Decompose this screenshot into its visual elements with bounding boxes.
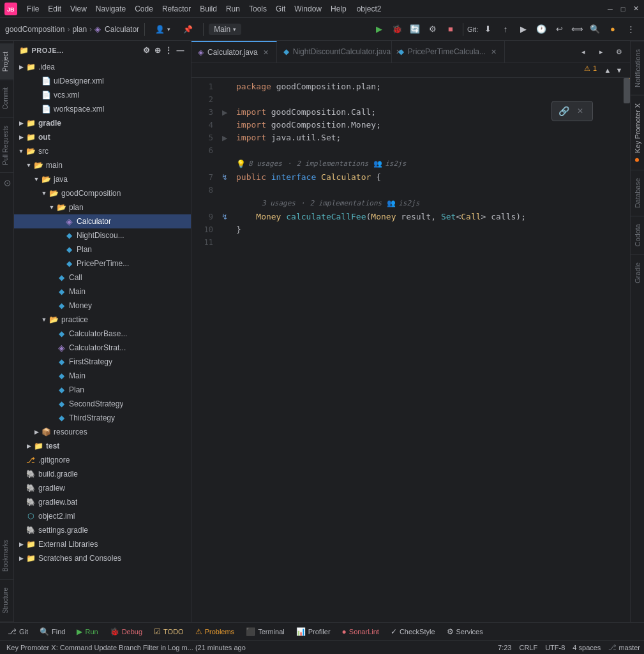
search-icon[interactable]: 🔍 <box>587 21 603 38</box>
tab-pricetime[interactable]: ◆ PricePerTimeCalcula... ✕ <box>392 41 505 63</box>
maximize-button[interactable]: □ <box>618 4 627 13</box>
tree-item-extlibs[interactable]: ▶ 📁 External Libraries <box>14 537 191 551</box>
activity-project[interactable]: Project <box>0 43 13 79</box>
minimize-button[interactable]: ─ <box>606 4 615 13</box>
tree-item-gradlewbat[interactable]: 🐘 gradlew.bat <box>14 495 191 509</box>
fold-10[interactable] <box>218 223 231 236</box>
tree-item-scratches[interactable]: ▶ 📁 Scratches and Consoles <box>14 551 191 565</box>
tree-item-vcs[interactable]: 📄 vcs.xml <box>14 88 191 102</box>
sidebar-notifications[interactable]: Notifications <box>631 41 644 95</box>
translate-icon[interactable]: ⟺ <box>569 21 585 38</box>
sidebar-database[interactable]: Database <box>631 170 644 216</box>
tree-item-uidesigner[interactable]: 📄 uiDesigner.xml <box>14 74 191 88</box>
fold-11[interactable] <box>218 236 231 249</box>
tree-item-gradle[interactable]: ▶ 📁 gradle <box>14 116 191 130</box>
menu-edit[interactable]: Edit <box>44 3 65 15</box>
tab-nightdiscount[interactable]: ◆ NightDiscountCalculator.java ✕ <box>277 41 392 63</box>
menu-run[interactable]: Run <box>222 3 244 15</box>
bottom-find[interactable]: 🔍 Find <box>34 625 70 639</box>
tree-item-settingsgradle[interactable]: 🐘 settings.gradle <box>14 523 191 537</box>
tree-item-object2iml[interactable]: ⬡ object2.iml <box>14 509 191 523</box>
hint-implementations-1[interactable]: 2 implementations <box>297 158 369 170</box>
bottom-debug[interactable]: 🐞 Debug <box>105 625 147 639</box>
gutter-run-7[interactable]: ↯ <box>218 171 231 184</box>
breadcrumb-goodcomposition[interactable]: goodComposition <box>5 25 64 34</box>
tree-item-thirdstrat[interactable]: ◆ ThirdStrategy <box>14 411 191 425</box>
hint-usages-1[interactable]: 8 usages <box>248 158 282 170</box>
menu-build[interactable]: Build <box>196 3 221 15</box>
tree-item-workspace[interactable]: 📄 workspace.xml <box>14 102 191 116</box>
tab-scroll-left[interactable]: ◂ <box>575 43 592 60</box>
panel-settings-icon[interactable]: ⚙ <box>142 45 152 56</box>
branch-selector[interactable]: Main ▾ <box>209 24 241 35</box>
tree-item-gitignore[interactable]: ⎇ .gitignore <box>14 453 191 467</box>
panel-expand-icon[interactable]: ⊕ <box>153 45 163 56</box>
status-crlf[interactable]: CRLF <box>515 641 541 655</box>
hint-users-2[interactable]: is2js <box>398 197 419 210</box>
bottom-problems[interactable]: ⚠ Problems <box>190 625 239 639</box>
user-actions-button[interactable]: 👤 ▾ <box>150 24 176 35</box>
menu-help[interactable]: Help <box>327 3 350 15</box>
fold-3[interactable]: ▶ <box>218 106 231 119</box>
tree-item-out[interactable]: ▶ 📁 out <box>14 130 191 144</box>
panel-gear-icon[interactable]: ⋮ <box>163 45 174 56</box>
tree-item-practice[interactable]: ▼ 📂 practice <box>14 313 191 327</box>
panel-close-icon[interactable]: — <box>176 45 186 56</box>
pin-button[interactable]: 📌 <box>178 24 198 35</box>
breadcrumb-plan[interactable]: plan <box>72 25 87 34</box>
tree-item-java[interactable]: ▼ 📂 java <box>14 172 191 186</box>
menu-refactor[interactable]: Refactor <box>158 3 195 15</box>
tree-item-plan[interactable]: ▼ 📂 plan <box>14 200 191 214</box>
tree-item-main[interactable]: ▼ 📂 main <box>14 158 191 172</box>
menu-file[interactable]: File <box>23 3 43 15</box>
status-position[interactable]: 7:23 <box>494 641 515 655</box>
stop-icon[interactable]: ■ <box>442 21 459 38</box>
activity-commit[interactable]: Commit <box>0 79 13 117</box>
breadcrumb-calculator[interactable]: Calculator <box>105 25 139 34</box>
tree-item-plan-file[interactable]: ◆ Plan <box>14 242 191 256</box>
fold-5[interactable]: ▶ <box>218 131 231 144</box>
menu-view[interactable]: View <box>66 3 91 15</box>
bottom-run[interactable]: ▶ Run <box>71 625 103 639</box>
tree-item-plan-practice[interactable]: ◆ Plan <box>14 383 191 397</box>
bottom-terminal[interactable]: ⬛ Terminal <box>241 625 290 639</box>
nav-up-icon[interactable]: ▲ <box>602 64 613 76</box>
menu-navigate[interactable]: Navigate <box>92 3 130 15</box>
bottom-git[interactable]: ⎇ Git <box>3 625 33 639</box>
menu-git[interactable]: Git <box>272 3 289 15</box>
hint-usages-2[interactable]: 3 usages <box>262 197 296 210</box>
tree-item-calcbase[interactable]: ◆ CalculatorBase... <box>14 327 191 341</box>
git-fetch-icon[interactable]: ⬇ <box>479 21 496 38</box>
tree-item-nightdiscount[interactable]: ◆ NightDiscou... <box>14 228 191 242</box>
profile-icon[interactable]: ● <box>604 21 621 38</box>
tree-item-pricetime[interactable]: ◆ PricePerTime... <box>14 256 191 271</box>
git-pull-icon[interactable]: ▶ <box>515 21 532 38</box>
bottom-checkstyle[interactable]: ✓ CheckStyle <box>386 625 440 639</box>
menu-window[interactable]: Window <box>290 3 326 15</box>
tab-scroll-right[interactable]: ▸ <box>593 43 610 60</box>
git-revert-icon[interactable]: ↩ <box>551 21 567 38</box>
activity-github-icon[interactable]: ⊙ <box>0 172 13 193</box>
bottom-sonar[interactable]: ● SonarLint <box>337 625 384 639</box>
activity-structure[interactable]: Structure <box>0 580 13 622</box>
run-icon[interactable]: ▶ <box>371 21 387 38</box>
tree-item-call[interactable]: ◆ Call <box>14 271 191 285</box>
fold-4[interactable] <box>218 119 231 131</box>
tab-calculator[interactable]: ◈ Calculator.java ✕ <box>191 41 277 63</box>
gutter-run-9[interactable]: ↯ <box>218 211 231 223</box>
status-message[interactable]: Key Promoter X: Command Update Branch Fi… <box>3 641 250 655</box>
tree-item-calcstrat[interactable]: ◈ CalculatorStrat... <box>14 341 191 355</box>
tree-item-main-practice[interactable]: ◆ Main <box>14 369 191 383</box>
tree-item-src[interactable]: ▼ 📂 src <box>14 144 191 158</box>
hint-users-1[interactable]: is2js <box>385 158 406 170</box>
bottom-todo[interactable]: ☑ TODO <box>149 625 189 639</box>
tree-item-resources[interactable]: ▶ 📦 resources <box>14 425 191 439</box>
git-history-icon[interactable]: 🕐 <box>533 21 550 38</box>
git-push-icon[interactable]: ↑ <box>497 21 514 38</box>
inline-popup-close-button[interactable]: ✕ <box>574 105 586 117</box>
bottom-profiler[interactable]: 📊 Profiler <box>291 625 336 639</box>
fold-6[interactable] <box>218 144 231 157</box>
status-branch[interactable]: ⎇ master <box>604 641 644 655</box>
tab-price-close[interactable]: ✕ <box>490 47 498 57</box>
status-charset[interactable]: UTF-8 <box>541 641 569 655</box>
